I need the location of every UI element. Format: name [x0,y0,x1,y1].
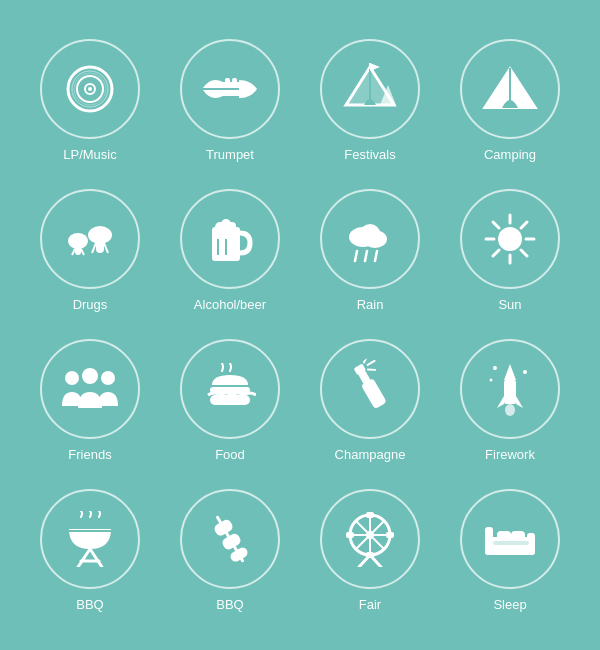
label-trumpet: Trumpet [206,147,254,162]
circle-trumpet [180,39,280,139]
svg-line-56 [368,366,375,372]
label-champagne: Champagne [335,447,406,462]
svg-rect-6 [225,78,230,84]
svg-point-62 [493,366,497,370]
item-bbq-grill[interactable]: BBQ [25,480,155,620]
circle-sun [460,189,560,289]
svg-marker-57 [504,364,516,380]
svg-rect-90 [493,541,529,545]
label-festivals: Festivals [344,147,395,162]
circle-sleep [460,489,560,589]
label-rain: Rain [357,297,384,312]
svg-point-63 [523,370,527,374]
circle-food [180,339,280,439]
circle-alcohol-beer [180,189,280,289]
label-camping: Camping [484,147,536,162]
label-bbq-skewer: BBQ [216,597,243,612]
item-sleep[interactable]: Sleep [445,480,575,620]
svg-line-35 [365,251,367,261]
item-drugs[interactable]: Drugs [25,180,155,320]
svg-line-20 [81,249,84,255]
label-alcohol-beer: Alcohol/beer [194,297,266,312]
svg-line-23 [92,243,96,253]
circle-champagne [320,339,420,439]
label-food: Food [215,447,245,462]
label-drugs: Drugs [73,297,108,312]
svg-rect-70 [213,518,235,537]
svg-line-54 [362,356,369,362]
svg-line-66 [78,549,90,567]
svg-point-37 [498,227,522,251]
item-alcohol-beer[interactable]: Alcohol/beer [165,180,295,320]
item-fair[interactable]: Fair [305,480,435,620]
svg-marker-59 [497,396,504,408]
label-sleep: Sleep [493,597,526,612]
circle-firework [460,339,560,439]
item-food[interactable]: Food [165,330,295,470]
circle-bbq-skewer [180,489,280,589]
circle-fair [320,489,420,589]
circle-camping [460,39,560,139]
svg-rect-58 [504,380,516,404]
item-bbq-skewer[interactable]: BBQ [165,480,295,620]
label-firework: Firework [485,447,535,462]
svg-point-46 [65,371,79,385]
item-sun[interactable]: Sun [445,180,575,320]
svg-rect-22 [96,235,104,253]
svg-line-43 [521,250,527,256]
circle-friends [40,339,140,439]
svg-rect-83 [346,532,354,538]
svg-line-67 [90,549,102,567]
svg-rect-7 [232,78,237,84]
svg-point-64 [490,378,493,381]
item-firework[interactable]: Firework [445,330,575,470]
circle-rain [320,189,420,289]
label-bbq-grill: BBQ [76,597,103,612]
svg-rect-82 [366,552,374,558]
item-rain[interactable]: Rain [305,180,435,320]
label-fair: Fair [359,597,381,612]
svg-marker-12 [370,63,380,71]
svg-line-44 [521,222,527,228]
item-friends[interactable]: Friends [25,330,155,470]
svg-line-34 [355,251,357,261]
item-camping[interactable]: Camping [445,30,575,170]
circle-bbq-grill [40,489,140,589]
svg-rect-84 [386,532,394,538]
svg-point-3 [88,87,92,91]
circle-lp-music [40,39,140,139]
svg-marker-60 [516,396,523,408]
svg-point-61 [505,404,515,416]
circle-drugs [40,189,140,289]
item-champagne[interactable]: Champagne [305,330,435,470]
svg-point-48 [101,371,115,385]
item-trumpet[interactable]: Trumpet [165,30,295,170]
label-sun: Sun [498,297,521,312]
item-festivals[interactable]: Festivals [305,30,435,170]
svg-line-45 [493,250,499,256]
svg-rect-88 [497,531,511,541]
svg-point-28 [228,222,236,230]
item-lp-music[interactable]: LP/Music [25,30,155,170]
label-friends: Friends [68,447,111,462]
svg-line-36 [375,251,377,261]
svg-rect-81 [366,512,374,518]
icon-grid: LP/Music Trumpet [5,10,595,640]
svg-point-33 [360,224,380,242]
svg-point-47 [82,368,98,384]
svg-rect-89 [511,531,525,541]
svg-rect-86 [485,527,493,555]
svg-line-24 [104,243,108,253]
svg-line-55 [368,360,375,364]
svg-rect-18 [75,241,81,255]
label-lp-music: LP/Music [63,147,116,162]
svg-line-42 [493,222,499,228]
svg-line-19 [72,249,75,255]
circle-festivals [320,39,420,139]
